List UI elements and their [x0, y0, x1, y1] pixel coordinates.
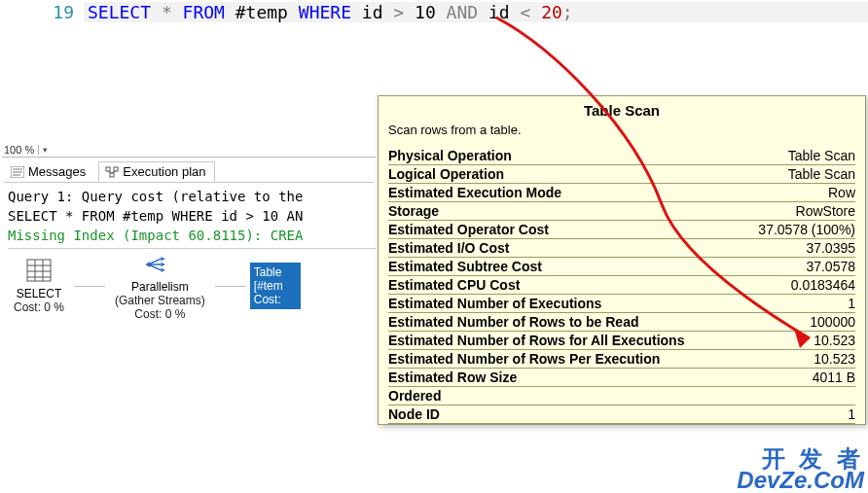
tooltip-prop-value: 37.0395	[806, 240, 855, 256]
tooltip-prop-label: Estimated Number of Rows for All Executi…	[388, 333, 684, 348]
tooltip-prop-value: 37.0578 (100%)	[758, 222, 855, 237]
tooltip-prop-row: Physical OperationTable Scan	[388, 147, 855, 165]
tooltip-prop-row: Estimated Number of Rows to be Read10000…	[388, 313, 855, 332]
kw-and: AND	[447, 2, 479, 22]
svg-rect-6	[110, 173, 114, 177]
plan-select-cost: Cost: 0 %	[14, 300, 64, 314]
tooltip-prop-row: Estimated Number of Rows Per Execution10…	[388, 350, 855, 369]
tooltip-prop-value: 0.0183464	[791, 277, 855, 293]
tooltip-prop-label: Node ID	[388, 406, 440, 422]
plan-icon	[105, 166, 119, 178]
plan-connector-1	[74, 286, 105, 287]
col-id2: id	[488, 2, 510, 22]
query-text-line: SELECT * FROM #temp WHERE id > 10 AN	[8, 206, 376, 226]
tooltip-prop-value: Table Scan	[788, 148, 855, 163]
col-id1: id	[362, 2, 383, 22]
tab-execution-plan[interactable]: Execution plan	[98, 161, 214, 182]
plan-par-label: Parallelism	[115, 280, 205, 294]
zoom-dropdown-icon[interactable]: ▾	[38, 145, 52, 155]
plan-select-node[interactable]: SELECT Cost: 0 %	[8, 258, 70, 314]
tooltip-title: Table Scan	[388, 102, 855, 119]
tooltip-prop-label: Estimated Number of Executions	[388, 296, 601, 311]
tooltip-prop-label: Physical Operation	[388, 148, 512, 163]
op-lt: <	[520, 2, 530, 22]
tooltip-prop-label: Estimated Subtree Cost	[388, 259, 542, 274]
tooltip-prop-value: Table Scan	[788, 166, 855, 182]
tooltip-description: Scan rows from a table.	[388, 123, 855, 137]
tooltip-prop-value: 1	[848, 406, 855, 422]
tooltip-prop-label: Estimated Number of Rows Per Execution	[388, 351, 660, 367]
plan-parallelism-node[interactable]: Parallelism (Gather Streams) Cost: 0 %	[109, 251, 211, 321]
op-star: *	[162, 2, 172, 22]
watermark: 开 发 者 DevZe.CoM	[737, 448, 864, 491]
plan-par-cost: Cost: 0 %	[115, 307, 205, 321]
ts-l1: Table	[254, 265, 297, 279]
svg-marker-17	[162, 263, 165, 266]
svg-rect-4	[106, 167, 110, 171]
tbl-name: #temp	[235, 2, 288, 22]
tooltip-prop-value: 100000	[810, 314, 855, 330]
sql-code[interactable]: SELECT * FROM #temp WHERE id > 10 AND id…	[84, 2, 868, 22]
plan-connector-2	[215, 286, 246, 287]
svg-rect-5	[114, 167, 118, 171]
tooltip-prop-value: Row	[828, 185, 855, 200]
tooltip-prop-row: Estimated Operator Cost37.0578 (100%)	[388, 221, 855, 239]
val-20: 20	[541, 2, 562, 22]
messages-icon	[11, 166, 24, 178]
tooltip-prop-value: 4011 B	[813, 370, 855, 385]
op-gt: >	[393, 2, 404, 22]
tab-execplan-label: Execution plan	[123, 164, 205, 179]
tooltip-prop-label: Estimated Operator Cost	[388, 222, 549, 237]
zoom-value[interactable]: 100 %	[2, 144, 36, 156]
tooltip-prop-label: Estimated Execution Mode	[388, 185, 561, 200]
line-number: 19	[0, 2, 84, 22]
tooltip-prop-label: Estimated I/O Cost	[388, 240, 509, 256]
tooltip-prop-row: Estimated Subtree Cost37.0578	[388, 258, 855, 276]
kw-where: WHERE	[299, 2, 351, 22]
tooltip-props: Physical OperationTable ScanLogical Oper…	[388, 147, 855, 424]
tooltip-prop-value: RowStore	[796, 203, 855, 219]
plan-par-sub: (Gather Streams)	[115, 294, 205, 307]
tooltip-prop-label: Ordered	[388, 388, 441, 404]
tooltip-prop-value: 10.523	[814, 333, 855, 348]
tab-messages-label: Messages	[28, 164, 86, 179]
semi: ;	[562, 2, 573, 22]
sql-editor-line[interactable]: 19 SELECT * FROM #temp WHERE id > 10 AND…	[0, 0, 868, 24]
execution-plan-diagram[interactable]: SELECT Cost: 0 % Parallelism (Gather Str…	[8, 251, 376, 321]
watermark-l2: DevZe.CoM	[737, 470, 864, 491]
results-tabs: Messages Execution plan	[4, 161, 374, 183]
tab-messages[interactable]: Messages	[4, 161, 94, 182]
tooltip-prop-row: Estimated CPU Cost0.0183464	[388, 276, 855, 295]
tooltip-prop-label: Estimated Row Size	[388, 370, 517, 385]
tooltip-prop-value: 37.0578	[806, 259, 855, 274]
kw-select: SELECT	[88, 2, 151, 22]
tooltip-prop-label: Estimated Number of Rows to be Read	[388, 314, 638, 330]
svg-marker-18	[162, 268, 165, 272]
tooltip-prop-row: StorageRowStore	[388, 202, 855, 221]
svg-marker-16	[162, 257, 165, 261]
tooltip-prop-row: Ordered	[388, 387, 855, 405]
kw-from: FROM	[183, 2, 225, 22]
plan-select-label: SELECT	[14, 287, 64, 300]
zoom-bar: 100 % ▾	[2, 144, 376, 158]
tooltip-prop-label: Logical Operation	[388, 166, 504, 182]
query-cost-line: Query 1: Query cost (relative to the	[8, 187, 376, 206]
val-10: 10	[415, 2, 436, 22]
tooltip-prop-label: Storage	[388, 203, 439, 219]
tooltip-prop-value: 1	[848, 296, 855, 311]
plan-tablescan-node[interactable]: Table [#tem Cost:	[250, 263, 301, 309]
tooltip-prop-row: Estimated Row Size4011 B	[388, 369, 855, 387]
missing-index-hint[interactable]: Missing Index (Impact 60.8115): CREA	[8, 226, 376, 245]
parallelism-icon	[144, 251, 175, 278]
tooltip-prop-row: Estimated Number of Executions1	[388, 295, 855, 313]
svg-rect-9	[27, 260, 51, 281]
ts-l2: [#tem	[254, 279, 297, 293]
tooltip-prop-row: Logical OperationTable Scan	[388, 165, 855, 184]
tooltip-prop-label: Estimated CPU Cost	[388, 277, 520, 293]
tooltip-prop-value: 10.523	[814, 351, 855, 367]
tooltip-prop-row: Node ID1	[388, 405, 855, 424]
query-plan-header: Query 1: Query cost (relative to the SEL…	[8, 187, 376, 249]
tooltip-prop-row: Estimated Execution ModeRow	[388, 184, 855, 202]
svg-marker-15	[146, 262, 150, 267]
tablescan-tooltip: Table Scan Scan rows from a table. Physi…	[378, 95, 866, 425]
